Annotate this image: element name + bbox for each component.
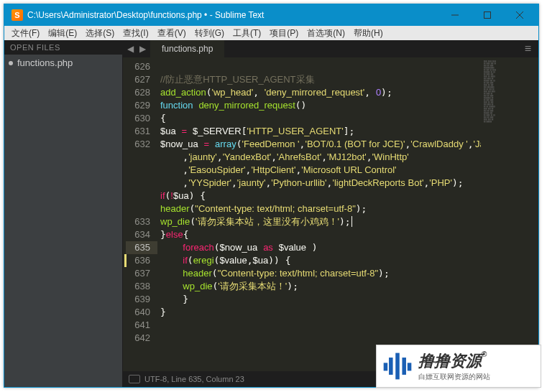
line-number: 626 (126, 60, 150, 73)
tab-nav-arrows: ◀ ▶ (123, 40, 150, 57)
line-number: 639 (126, 293, 150, 306)
tabbar: ◀ ▶ functions.php ≡ (123, 40, 538, 57)
line-gutter[interactable]: 626 627 628 629 630 631 632 633 634 635 … (123, 57, 157, 371)
line-number-current: 635 (126, 241, 157, 254)
close-button[interactable] (503, 5, 535, 25)
unsaved-indicator-icon (9, 61, 13, 65)
minimap[interactable]: ████ ████ ██████ ████ ███ █████ ██ █████… (481, 57, 538, 371)
watermark: 撸撸资源® 白嫖互联网资源的网站 (376, 345, 541, 388)
open-files-header: OPEN FILES (4, 40, 122, 55)
main-editor-area: ◀ ▶ functions.php ≡ 626 627 628 629 630 … (123, 40, 538, 387)
watermark-subtitle: 白嫖互联网资源的网站 (418, 372, 538, 382)
line-number: 634 (126, 228, 150, 241)
tab-label: functions.php (162, 44, 213, 54)
line-number: 628 (126, 86, 150, 99)
line-number: 631 (126, 125, 150, 138)
titlebar[interactable]: S C:\Users\Administrator\Desktop\functio… (4, 4, 538, 26)
app-icon: S (12, 9, 23, 21)
window-title: C:\Users\Administrator\Desktop\functions… (27, 10, 438, 20)
line-number: 637 (126, 267, 150, 280)
minimize-button[interactable] (438, 5, 471, 25)
sidebar: OPEN FILES functions.php (4, 40, 123, 387)
line-number: 642 (126, 332, 150, 345)
line-number: 632 (126, 138, 150, 151)
minimap-content: ████ ████ ██████ ████ ███ █████ ██ █████… (484, 60, 535, 123)
menu-find[interactable]: 查找(I) (119, 26, 152, 41)
watermark-reg: ® (482, 350, 487, 358)
line-number: 630 (126, 112, 150, 125)
menu-preferences[interactable]: 首选项(N) (303, 26, 349, 41)
tab-menu-icon[interactable]: ≡ (518, 40, 538, 57)
svg-rect-5 (389, 358, 393, 375)
status-panel-icon[interactable] (129, 375, 140, 383)
file-item-label: functions.php (17, 57, 73, 68)
sidebar-file-item[interactable]: functions.php (4, 55, 122, 71)
status-text: UTF-8, Line 635, Column 23 (144, 375, 244, 383)
menu-help[interactable]: 帮助(H) (349, 26, 387, 41)
editor[interactable]: 626 627 628 629 630 631 632 633 634 635 … (123, 57, 538, 371)
current-line-marker (124, 254, 127, 267)
menu-tools[interactable]: 工具(T) (229, 26, 265, 41)
body-area: OPEN FILES functions.php ◀ ▶ functions.p… (4, 40, 538, 387)
maximize-button[interactable] (471, 5, 503, 25)
svg-rect-6 (402, 358, 406, 375)
svg-rect-4 (395, 353, 400, 380)
menu-select[interactable]: 选择(S) (81, 26, 119, 41)
line-number: 629 (126, 99, 150, 112)
menu-goto[interactable]: 转到(G) (190, 26, 229, 41)
tab-prev-icon[interactable]: ◀ (127, 44, 134, 54)
line-number: 636 (126, 254, 150, 267)
line-number: 640 (126, 306, 150, 319)
line-number: 638 (126, 280, 150, 293)
menu-edit[interactable]: 编辑(E) (44, 26, 81, 41)
menu-view[interactable]: 查看(V) (153, 26, 190, 41)
menu-file[interactable]: 文件(F) (7, 26, 44, 41)
line-number: 633 (126, 215, 150, 228)
watermark-logo-icon (380, 348, 415, 384)
tab-next-icon[interactable]: ▶ (139, 44, 146, 54)
line-number: 627 (126, 73, 150, 86)
window-controls (438, 5, 535, 25)
app-window: S C:\Users\Administrator\Desktop\functio… (4, 4, 539, 388)
code-area[interactable]: //防止恶意HTTP_USER_AGENT采集 add_action('wp_h… (157, 57, 481, 371)
svg-rect-1 (484, 12, 490, 19)
menu-project[interactable]: 项目(P) (265, 26, 303, 41)
watermark-title: 撸撸资源 (418, 352, 482, 370)
watermark-text: 撸撸资源® 白嫖互联网资源的网站 (415, 350, 538, 382)
menubar: 文件(F) 编辑(E) 选择(S) 查找(I) 查看(V) 转到(G) 工具(T… (4, 26, 538, 40)
svg-rect-7 (384, 363, 388, 370)
tab-functions-php[interactable]: functions.php (150, 40, 225, 57)
line-number: 641 (126, 319, 150, 332)
svg-rect-8 (408, 363, 412, 370)
